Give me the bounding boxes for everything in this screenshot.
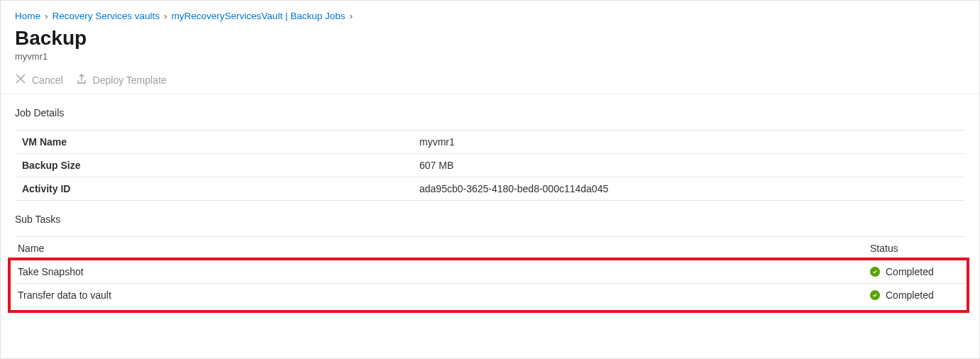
page-title: Backup (1, 24, 979, 50)
chevron-right-icon: › (164, 11, 167, 21)
subtask-status: Completed (886, 266, 934, 277)
toolbar: Cancel Deploy Template (1, 70, 979, 94)
breadcrumb-recovery-vaults[interactable]: Recovery Services vaults (53, 11, 160, 21)
table-row: Transfer data to vault Completed (15, 284, 965, 307)
column-header-name[interactable]: Name (18, 243, 870, 254)
table-row: Take Snapshot Completed (15, 260, 965, 284)
breadcrumb-home[interactable]: Home (15, 11, 40, 21)
detail-value-activity-id: ada95cb0-3625-4180-bed8-000c114da045 (419, 183, 608, 194)
close-icon (15, 73, 26, 87)
column-header-status[interactable]: Status (870, 243, 962, 254)
detail-label-backup-size: Backup Size (22, 160, 419, 171)
job-details-heading: Job Details (1, 94, 979, 130)
detail-value-backup-size: 607 MB (419, 160, 453, 171)
table-row: Activity ID ada95cb0-3625-4180-bed8-000c… (15, 177, 965, 201)
subtask-name: Transfer data to vault (18, 289, 870, 301)
cancel-button-label: Cancel (32, 74, 63, 86)
chevron-right-icon: › (45, 11, 48, 21)
deploy-template-button-label: Deploy Template (93, 74, 167, 86)
sub-tasks-header-row: Name Status (15, 236, 965, 260)
chevron-right-icon: › (349, 11, 353, 21)
sub-tasks-heading: Sub Tasks (1, 201, 979, 236)
deploy-template-button[interactable]: Deploy Template (76, 73, 167, 87)
breadcrumb: Home › Recovery Services vaults › myReco… (1, 1, 979, 24)
upload-icon (76, 73, 87, 87)
subtask-status: Completed (886, 289, 934, 301)
sub-tasks-table: Name Status Take Snapshot Completed Tran… (15, 236, 965, 307)
detail-label-activity-id: Activity ID (22, 183, 419, 194)
check-circle-icon (870, 267, 880, 277)
detail-label-vm-name: VM Name (22, 136, 419, 148)
breadcrumb-backup-jobs[interactable]: myRecoveryServicesVault | Backup Jobs (172, 11, 346, 21)
job-details-table: VM Name myvmr1 Backup Size 607 MB Activi… (15, 130, 965, 201)
table-row: VM Name myvmr1 (15, 131, 965, 154)
subtask-name: Take Snapshot (18, 266, 870, 277)
table-row: Backup Size 607 MB (15, 154, 965, 177)
page-subtitle: myvmr1 (1, 50, 979, 70)
cancel-button[interactable]: Cancel (15, 73, 63, 87)
detail-value-vm-name: myvmr1 (419, 136, 455, 148)
check-circle-icon (870, 290, 880, 300)
